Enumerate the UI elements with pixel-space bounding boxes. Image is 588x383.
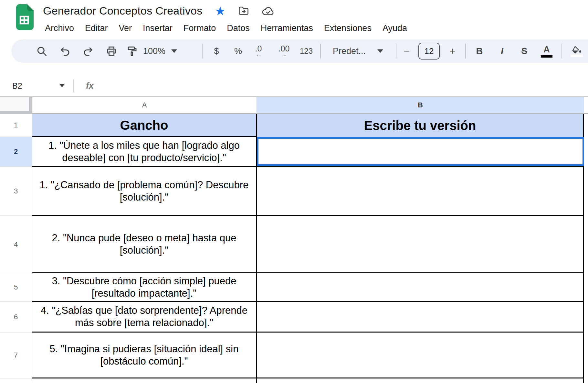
row-header-6[interactable]: 6	[0, 302, 32, 333]
more-formats-button[interactable]: 123	[300, 47, 313, 56]
cell-b5[interactable]	[257, 273, 584, 302]
chevron-down-icon	[59, 84, 65, 87]
row-header-8[interactable]	[0, 378, 32, 383]
cell-a6[interactable]: 4. "¿Sabías que [dato sorprendente]? Apr…	[32, 302, 257, 333]
cell-a2[interactable]: 1. "Únete a los miles que han [logrado a…	[32, 137, 257, 167]
menu-archivo[interactable]: Archivo	[39, 21, 79, 35]
italic-button[interactable]: I	[501, 46, 503, 57]
cell-b4[interactable]	[257, 216, 584, 273]
cell-a5[interactable]: 3. "Descubre cómo [acción simple] puede …	[32, 273, 257, 302]
chevron-down-icon	[171, 49, 177, 53]
increase-font-size-button[interactable]: +	[449, 45, 456, 57]
fx-icon: fx	[86, 81, 94, 91]
font-size-input[interactable]: 12	[418, 43, 440, 60]
strikethrough-button[interactable]: S	[521, 46, 528, 56]
active-cell-reference: B2	[12, 81, 22, 91]
format-percent-button[interactable]: %	[234, 46, 242, 56]
cell-a7[interactable]: 5. "Imagina si pudieras [situación ideal…	[32, 333, 257, 378]
increase-decimals-button[interactable]: .00→	[278, 45, 290, 58]
row-header-5[interactable]: 5	[0, 273, 32, 302]
menu-extensiones[interactable]: Extensiones	[319, 21, 377, 35]
print-icon[interactable]	[106, 45, 117, 57]
cell-b1[interactable]: Escribe tu versión	[257, 114, 584, 137]
zoom-control[interactable]: 100%	[143, 46, 177, 56]
row-header-4[interactable]: 4	[0, 216, 32, 273]
bold-button[interactable]: B	[476, 46, 483, 57]
menu-editar[interactable]: Editar	[79, 21, 113, 35]
menu-herramientas[interactable]: Herramientas	[255, 21, 319, 35]
sheets-logo-icon[interactable]	[15, 4, 34, 30]
formula-input[interactable]	[94, 75, 588, 96]
grid-edge	[584, 97, 588, 114]
menu-ver[interactable]: Ver	[113, 21, 138, 35]
cell-b8[interactable]	[257, 378, 584, 383]
search-icon[interactable]	[36, 45, 47, 57]
toolbar: 100% $ % .0← .00→ 123 Predet... − 12 + B…	[11, 39, 588, 63]
text-color-button[interactable]: A	[541, 45, 552, 58]
menu-insertar[interactable]: Insertar	[137, 21, 178, 35]
menu-bar: Archivo Editar Ver Insertar Formato Dato…	[39, 21, 413, 35]
paint-format-icon[interactable]	[126, 45, 138, 57]
cell-b2-selected[interactable]	[257, 137, 584, 167]
row-header-7[interactable]: 7	[0, 333, 32, 378]
menu-ayuda[interactable]: Ayuda	[377, 21, 413, 35]
name-box[interactable]: B2	[0, 81, 73, 91]
cell-b7[interactable]	[257, 333, 584, 378]
zoom-value: 100%	[143, 46, 165, 56]
row-header-1[interactable]: 1	[0, 114, 32, 137]
row-header-2[interactable]: 2	[0, 137, 32, 167]
cell-a8[interactable]	[32, 378, 257, 383]
select-all-corner[interactable]	[0, 97, 32, 114]
fill-color-button[interactable]	[571, 45, 583, 57]
spreadsheet-grid: A B 1 Gancho Escribe tu versión 2 1. "Ún…	[0, 97, 588, 383]
font-name: Predet...	[333, 46, 366, 56]
document-title[interactable]: Generador Conceptos Creativos	[43, 5, 202, 17]
cloud-saved-icon[interactable]	[262, 5, 275, 17]
cell-a3[interactable]: 1. "¿Cansado de [problema común]? Descub…	[32, 167, 257, 216]
menu-formato[interactable]: Formato	[178, 21, 222, 35]
decrease-font-size-button[interactable]: −	[404, 45, 410, 57]
column-header-a[interactable]: A	[32, 97, 257, 114]
row-header-3[interactable]: 3	[0, 167, 32, 216]
redo-icon[interactable]	[82, 45, 94, 57]
chevron-down-icon	[377, 49, 383, 53]
divider	[73, 79, 74, 92]
cell-b6[interactable]	[257, 302, 584, 333]
cell-a4[interactable]: 2. "Nunca pude [deseo o meta] hasta que …	[32, 216, 257, 273]
cell-b3[interactable]	[257, 167, 584, 216]
move-folder-icon[interactable]	[238, 5, 249, 17]
font-selector[interactable]: Predet...	[333, 46, 383, 56]
menu-datos[interactable]: Datos	[221, 21, 255, 35]
formula-bar: B2 fx	[0, 75, 588, 97]
top-bar: Generador Conceptos Creativos ★ Archivo …	[0, 0, 588, 38]
column-header-b[interactable]: B	[257, 97, 584, 114]
star-icon[interactable]: ★	[215, 5, 226, 17]
cell-a1[interactable]: Gancho	[32, 114, 257, 137]
format-currency-button[interactable]: $	[214, 46, 219, 56]
undo-icon[interactable]	[59, 45, 71, 57]
decrease-decimals-button[interactable]: .0←	[255, 45, 262, 58]
